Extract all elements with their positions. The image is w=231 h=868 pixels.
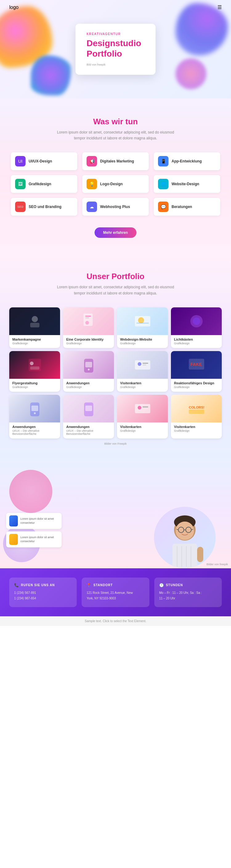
portfolio-name-8: Reaktionsfähiges Design <box>174 381 219 385</box>
service-item-grafik[interactable]: 🖼 Grafikdesign <box>11 175 77 193</box>
portfolio-img-8: FAKE <box>171 351 222 379</box>
svg-point-16 <box>88 369 90 370</box>
contact-card-location: 📍 STANDORT 121 Rock Street, 21 Avenue, N… <box>82 578 149 607</box>
portfolio-img-3 <box>117 307 168 335</box>
portfolio-img-5 <box>9 351 60 379</box>
contact-card-phone: 📞 RUFEN SIE UNS AN 1 (234) 567-891 1 (23… <box>9 578 77 607</box>
hero-title-line1: Designstudio <box>87 38 141 48</box>
svg-point-18 <box>138 362 141 366</box>
portfolio-title: Unser Portfolio <box>9 272 222 281</box>
mehr-button[interactable]: Mehr erfahren <box>94 227 137 238</box>
phone-icon: 📞 <box>14 583 19 587</box>
svg-rect-1 <box>30 323 39 328</box>
portfolio-item-4[interactable]: Lichtkästen Grafikdesign <box>171 307 222 348</box>
contact-hours-title: 🕐 STUNDEN <box>159 583 217 587</box>
about-item-card-2: Lorem ipsum dolor sit amet consectetur <box>6 531 62 547</box>
about-items: Lorem ipsum dolor sit amet consectetur L… <box>6 513 62 550</box>
portfolio-cat-7: Grafikdesign <box>120 385 165 389</box>
bottom-bar-text: Sample text. Click to select the Text El… <box>85 619 146 623</box>
portfolio-desc: Lorem ipsum dolor sit amet, consectetur … <box>54 284 177 296</box>
hamburger-icon[interactable]: ☰ <box>218 4 222 10</box>
portfolio-item-10[interactable]: Anwendungen UI/UX – Die ultimative Benut… <box>63 395 114 438</box>
contact-location-title: 📍 STANDORT <box>87 583 144 587</box>
portfolio-cat-10: UI/UX – Die ultimative Benutzeroberfläch… <box>66 429 111 435</box>
service-item-uiux[interactable]: UI UI/UX-Design <box>11 152 77 170</box>
portfolio-cat-5: Grafikdesign <box>12 385 57 389</box>
svg-rect-8 <box>137 323 149 323</box>
hosting-icon: ☁ <box>87 202 97 212</box>
portfolio-name-12: Visitenkarten <box>174 425 219 429</box>
portfolio-item-9[interactable]: Anwendungen UI/UX – Die ultimative Benut… <box>9 395 60 438</box>
portfolio-item-3[interactable]: Webdesign-Website Grafikdesign <box>117 307 168 348</box>
portfolio-item-6[interactable]: Anwendungen Grafikdesign <box>63 351 114 392</box>
hosting-label: Webhosting Plus <box>100 205 130 209</box>
portfolio-name-2: Eine Corporate Identity <box>66 338 111 341</box>
portfolio-img-9 <box>9 395 60 423</box>
portfolio-cat-3: Grafikdesign <box>120 342 165 345</box>
hero-credit: Bild von freepik <box>87 63 144 66</box>
hero-blob-2 <box>31 55 71 95</box>
contact-phone-line1: 1 (234) 567-891 <box>14 590 72 595</box>
service-item-marketing[interactable]: 📢 Digitales Marketing <box>82 152 149 170</box>
portfolio-credit: Bilder von Freepik <box>9 442 222 445</box>
grafik-label: Grafikdesign <box>29 182 51 186</box>
services-desc: Lorem ipsum dolor sit amet, consectetur … <box>54 129 177 141</box>
portfolio-item-12[interactable]: COLORS! Visitenkarten Grafikdesign <box>171 395 222 438</box>
bottom-bar: Sample text. Click to select the Text El… <box>0 616 231 626</box>
svg-rect-4 <box>85 317 89 318</box>
svg-rect-3 <box>85 316 91 317</box>
service-item-logo[interactable]: 💡 Logo-Design <box>82 175 149 193</box>
svg-point-7 <box>138 317 144 323</box>
contact-phone-title: 📞 RUFEN SIE UNS AN <box>14 583 72 587</box>
portfolio-cat-9: UI/UX – Die ultimative Benutzeroberfläch… <box>12 429 57 435</box>
portfolio-img-4 <box>171 307 222 335</box>
portfolio-name-9: Anwendungen <box>12 425 57 429</box>
marketing-icon: 📢 <box>87 156 97 166</box>
about-blob-left <box>9 470 52 513</box>
portfolio-img-6 <box>63 351 114 379</box>
about-item-card-1: Lorem ipsum dolor sit amet consectetur <box>6 513 62 529</box>
portfolio-cat-4: Grafikdesign <box>174 342 219 345</box>
service-item-app[interactable]: 📱 App-Entwicklung <box>154 152 220 170</box>
seo-icon: SEO <box>15 202 26 212</box>
svg-rect-27 <box>85 406 92 411</box>
website-icon: 🌐 <box>158 179 169 189</box>
portfolio-item-5[interactable]: Flyergestaltung Grafikdesign <box>9 351 60 392</box>
service-item-seo[interactable]: SEO SEO und Branding <box>11 198 77 216</box>
hero-subtitle: KREATIVAGENTUR <box>87 32 144 36</box>
portfolio-name-3: Webdesign-Website <box>120 338 165 341</box>
app-label: App-Entwicklung <box>172 159 202 163</box>
svg-point-29 <box>138 406 141 409</box>
portfolio-item-8[interactable]: FAKE Reaktionsfähiges Design Grafikdesig… <box>171 351 222 392</box>
portfolio-item-2[interactable]: Eine Corporate Identity Grafikdesign <box>63 307 114 348</box>
portfolio-cat-6: Grafikdesign <box>66 385 111 389</box>
contact-footer: 📞 RUFEN SIE UNS AN 1 (234) 567-891 1 (23… <box>0 568 231 616</box>
portfolio-cat-1: Grafikdesign <box>12 342 57 345</box>
contact-card-hours: 🕐 STUNDEN Mo – Fr : 11 – 20 Uhr, Sa : Sa… <box>154 578 222 607</box>
portfolio-item-11[interactable]: Visitenkarten Grafikdesign <box>117 395 168 438</box>
seo-label: SEO und Branding <box>29 205 62 209</box>
svg-point-10 <box>193 317 200 325</box>
website-label: Website-Design <box>172 182 199 186</box>
portfolio-name-1: Markenkampagne <box>12 338 57 341</box>
clock-icon: 🕐 <box>159 583 164 587</box>
portfolio-item-7[interactable]: Visitenkarten Grafikdesign <box>117 351 168 392</box>
portfolio-img-10 <box>63 395 114 423</box>
contact-location-line2: York, NY 92103-9003 <box>87 596 144 600</box>
svg-text:COLORS!: COLORS! <box>189 406 204 409</box>
contact-phone-label: RUFEN SIE UNS AN <box>21 583 55 587</box>
svg-point-25 <box>34 412 36 414</box>
portfolio-name-6: Anwendungen <box>66 381 111 385</box>
portfolio-img-1 <box>9 307 60 335</box>
hero-card: KREATIVAGENTUR Designstudio Portfolio Bi… <box>76 24 155 75</box>
about-credit: Bilder von freepik <box>206 563 228 566</box>
uiux-icon: UI <box>15 156 26 166</box>
about-item-text-1: Lorem ipsum dolor sit amet consectetur <box>20 517 59 525</box>
portfolio-name-4: Lichtkästen <box>174 338 219 341</box>
service-item-hosting[interactable]: ☁ Webhosting Plus <box>82 198 149 216</box>
hero-title-line2: Portfolio <box>87 49 122 58</box>
portfolio-item-1[interactable]: Markenkampagne Grafikdesign <box>9 307 60 348</box>
logo-label: Logo-Design <box>100 182 123 186</box>
service-item-website[interactable]: 🌐 Website-Design <box>154 175 220 193</box>
service-item-beratungen[interactable]: 💬 Beratungen <box>154 198 220 216</box>
